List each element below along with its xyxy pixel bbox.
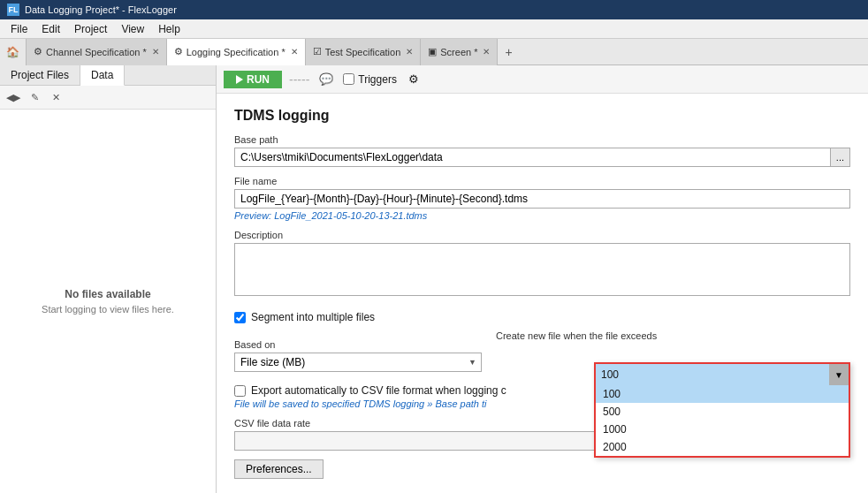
logging-tab-icon: ⚙ — [174, 46, 183, 57]
create-new-file-dropdown: ▼ 100 500 1000 2000 — [594, 362, 850, 458]
main-panel: RUN ----- 💬 Triggers ⚙ TDMS logging Base… — [217, 65, 868, 493]
sidebar: Project Files Data ◀▶ ✎ ✕ No files avail… — [0, 65, 217, 493]
menu-edit[interactable]: Edit — [34, 21, 67, 37]
close-channel-tab[interactable]: ✕ — [152, 47, 159, 57]
menu-project[interactable]: Project — [67, 21, 114, 37]
form-content: TDMS logging Base path ... File name Pre… — [217, 94, 868, 493]
menu-help[interactable]: Help — [151, 21, 187, 37]
file-name-label: File name — [234, 176, 850, 186]
run-button[interactable]: RUN — [224, 71, 282, 88]
app-container: 🏠 ⚙ Channel Specification * ✕ ⚙ Logging … — [0, 39, 868, 493]
based-on-label: Based on — [234, 339, 482, 350]
gear-icon: ⚙ — [408, 72, 419, 86]
export-checkbox[interactable] — [234, 385, 246, 397]
menu-view[interactable]: View — [114, 21, 151, 37]
toolbar-separator: ----- — [289, 72, 309, 87]
sidebar-tab-data[interactable]: Data — [80, 65, 125, 86]
comment-button[interactable]: 💬 — [316, 70, 336, 89]
tab-logging-specification[interactable]: ⚙ Logging Specification * ✕ — [167, 39, 306, 65]
two-col-layout: Based on File size (MB) Time (minutes) N… — [234, 330, 850, 372]
menu-bar: File Edit Project View Help — [0, 19, 868, 39]
dropdown-option-100[interactable]: 100 — [596, 385, 849, 403]
sidebar-delete-button[interactable]: ✕ — [46, 87, 65, 107]
run-toolbar: RUN ----- 💬 Triggers ⚙ — [217, 65, 868, 94]
sidebar-content: No files available Start logging to view… — [0, 110, 216, 493]
base-path-input[interactable] — [234, 148, 830, 167]
home-button[interactable]: 🏠 — [0, 39, 27, 65]
top-tab-bar: 🏠 ⚙ Channel Specification * ✕ ⚙ Logging … — [0, 39, 868, 65]
delete-icon: ✕ — [52, 92, 60, 103]
sidebar-nav: ◀▶ ✎ ✕ — [0, 86, 216, 110]
content-area: Project Files Data ◀▶ ✎ ✕ No files avail… — [0, 65, 868, 493]
sidebar-back-button[interactable]: ◀▶ — [4, 87, 23, 107]
dropdown-input-row: ▼ — [596, 364, 849, 385]
description-label: Description — [234, 230, 850, 240]
dropdown-option-2000[interactable]: 2000 — [596, 438, 849, 456]
preferences-button[interactable]: Preferences... — [234, 459, 324, 479]
based-on-select[interactable]: File size (MB) Time (minutes) Number of … — [234, 353, 482, 372]
sidebar-tabs: Project Files Data — [0, 65, 216, 86]
sidebar-add-button[interactable]: ✎ — [25, 87, 44, 107]
file-preview-text: Preview: LogFile_2021-05-10-20-13-21.tdm… — [234, 210, 850, 221]
triggers-gear-button[interactable]: ⚙ — [404, 70, 423, 89]
form-title: TDMS logging — [234, 108, 850, 124]
create-new-file-col: Create new file when the file exceeds ▼ … — [496, 330, 850, 344]
run-triangle-icon — [236, 75, 243, 84]
test-tab-icon: ☑ — [313, 46, 322, 57]
export-checkbox-label: Export automatically to CSV file format … — [251, 384, 506, 397]
close-logging-tab[interactable]: ✕ — [291, 47, 298, 57]
triggers-checkbox[interactable] — [343, 73, 354, 85]
description-textarea[interactable] — [234, 243, 850, 296]
add-icon: ✎ — [31, 92, 39, 103]
dropdown-option-500[interactable]: 500 — [596, 403, 849, 421]
close-test-tab[interactable]: ✕ — [406, 47, 413, 57]
comment-icon: 💬 — [319, 72, 333, 86]
tab-screen[interactable]: ▣ Screen * ✕ — [421, 39, 498, 65]
create-new-file-label: Create new file when the file exceeds — [496, 330, 850, 341]
sidebar-empty-text: Start logging to view files here. — [42, 304, 174, 315]
screen-tab-icon: ▣ — [428, 46, 437, 57]
tab-channel-specification[interactable]: ⚙ Channel Specification * ✕ — [27, 39, 167, 65]
create-new-file-input[interactable] — [596, 365, 829, 384]
based-on-col: Based on File size (MB) Time (minutes) N… — [234, 330, 482, 372]
tab-test-specification[interactable]: ☑ Test Specification ✕ — [306, 39, 422, 65]
dropdown-arrow-button[interactable]: ▼ — [829, 364, 849, 385]
base-path-label: Base path — [234, 134, 850, 145]
channel-tab-icon: ⚙ — [34, 46, 42, 57]
menu-file[interactable]: File — [4, 21, 34, 37]
base-path-field-group: ... — [234, 148, 850, 167]
segment-checkbox-label: Segment into multiple files — [251, 311, 375, 323]
segment-checkbox[interactable] — [234, 312, 246, 323]
file-name-input[interactable] — [234, 189, 850, 209]
add-tab-button[interactable]: + — [498, 39, 519, 65]
sidebar-empty-title: No files available — [65, 288, 150, 300]
segment-checkbox-row: Segment into multiple files — [234, 311, 850, 323]
app-icon: FL — [7, 4, 19, 16]
dropdown-option-1000[interactable]: 1000 — [596, 421, 849, 438]
title-bar-text: Data Logging Project* - FlexLogger — [25, 4, 177, 15]
browse-button[interactable]: ... — [830, 148, 850, 167]
based-on-select-wrapper: File size (MB) Time (minutes) Number of … — [234, 353, 482, 372]
sidebar-tab-project-files[interactable]: Project Files — [0, 65, 80, 85]
close-screen-tab[interactable]: ✕ — [483, 47, 490, 57]
back-icon: ◀▶ — [6, 92, 20, 103]
triggers-checkbox-label[interactable]: Triggers — [343, 73, 397, 86]
title-bar: FL Data Logging Project* - FlexLogger — [0, 0, 868, 19]
